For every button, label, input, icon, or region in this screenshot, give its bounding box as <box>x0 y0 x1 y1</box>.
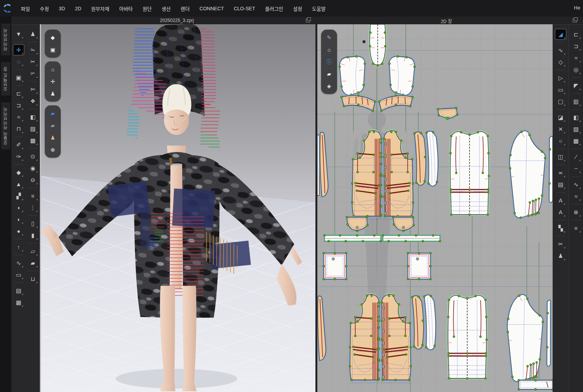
show-garment-button[interactable]: ⌂ <box>324 45 334 55</box>
zoom-pattern-button[interactable]: ⊕ <box>570 207 582 218</box>
show-sewing-button[interactable]: ◎ <box>570 64 582 75</box>
pattern-annotation-button[interactable]: A <box>555 207 566 218</box>
library-tab[interactable]: 라이브러리 <box>1 24 10 55</box>
texture-shirt-edit-button[interactable]: ▨ <box>27 123 39 134</box>
pattern-sleeve-partial[interactable] <box>548 136 553 202</box>
bias-tape-button[interactable]: ▰ <box>27 257 39 268</box>
window-2d-float-icon[interactable] <box>573 19 577 22</box>
garment-measure-button[interactable]: ▤ <box>13 285 24 296</box>
pattern-pocket-square[interactable] <box>323 252 347 280</box>
lock-pattern-button[interactable]: ◈ <box>324 81 334 91</box>
fuse-iron-button[interactable]: ◤ <box>570 80 582 91</box>
ruler-button[interactable]: ▭ <box>13 269 24 280</box>
garment-zip-button[interactable]: ▦ <box>13 297 24 308</box>
fabric-roll-edit-button[interactable]: ▯ <box>27 218 39 229</box>
show-garment-button[interactable]: ⌂ <box>47 64 58 74</box>
pattern-top-side-right[interactable] <box>388 55 415 96</box>
viewport-2d[interactable]: .glow{fill:none;stroke:#6fa7dc;stroke-wi… <box>317 24 553 392</box>
settings-menu-item[interactable]: 설정 <box>289 3 306 14</box>
flatten-pieces-button[interactable]: ▞ <box>13 190 24 201</box>
trace-outline-button[interactable]: ○ <box>555 135 566 146</box>
edit-pattern-button[interactable]: ◇ <box>555 56 566 67</box>
zipper-button[interactable]: ≡ <box>27 190 39 201</box>
free-sewing-button[interactable]: ⊐ <box>13 100 24 111</box>
wrap-fabric-button[interactable]: ◖ <box>13 202 24 213</box>
garment-texture-style-button[interactable]: ▣ <box>47 45 58 55</box>
pin-button[interactable]: ✐ <box>13 139 24 150</box>
tape-measure-button[interactable]: ∿ <box>13 257 24 268</box>
wrap-rotate-button[interactable]: ◗ <box>13 214 24 225</box>
show-environment-button[interactable]: ⊕ <box>47 145 58 155</box>
create-internal-rectangle-button[interactable]: ▢ <box>555 96 566 107</box>
notch-button[interactable]: ≍ <box>555 167 566 178</box>
freeze-cloth-button[interactable]: ✃ <box>27 68 39 79</box>
fabric-roll-button[interactable]: ▮ <box>27 230 39 241</box>
fold-arrangement-button[interactable]: ◆ <box>13 167 24 178</box>
pattern-top-side-left[interactable] <box>339 55 366 96</box>
create-polygon-button[interactable]: ▷ <box>555 72 566 83</box>
show-avatar-skin-button[interactable]: ♟ <box>47 133 58 143</box>
activate-cloth-button[interactable]: ✂ <box>27 56 39 67</box>
cut-and-sew-button[interactable]: ✂ <box>555 238 566 249</box>
edit-stylus-button[interactable]: ✎ <box>324 33 334 42</box>
grading-button[interactable]: ▤ <box>555 179 566 190</box>
pattern-hood-center[interactable] <box>369 24 386 66</box>
render-style-button[interactable]: ◆ <box>47 33 58 42</box>
tack-pin-button[interactable]: ✑ <box>13 151 24 162</box>
create-rectangle-button[interactable]: ▭ <box>555 84 566 95</box>
modular-library-tab[interactable]: 모듈러 라이브러리 <box>1 102 10 149</box>
render-menu-item[interactable]: 렌더 <box>176 3 194 14</box>
magnet-pin-button[interactable]: ⊔ <box>27 273 39 284</box>
show-shirt-button[interactable]: ▥ <box>570 96 582 107</box>
simulate-button[interactable]: ▼ <box>13 28 24 39</box>
show-avatar-button[interactable]: ♟ <box>47 89 58 99</box>
create-dart-button[interactable]: ◪ <box>555 112 566 123</box>
show-fabric-button[interactable]: ▰ <box>324 69 334 79</box>
free-sewing-button[interactable]: ⊐ <box>570 41 582 52</box>
scene-3d[interactable] <box>41 24 315 392</box>
fitting-suit-button[interactable]: ⊓ <box>13 123 24 134</box>
mn-sewing-button[interactable]: ≈ <box>570 52 582 63</box>
3d-menu-item[interactable]: 3D <box>55 3 69 14</box>
button-place-button[interactable]: ⊙ <box>27 151 39 162</box>
notch-pen-button[interactable]: ∕ <box>570 151 582 162</box>
fabric-menu-item[interactable]: 원단 <box>139 3 156 14</box>
pleat-press-button[interactable]: ≡ <box>570 223 582 234</box>
edit-curvature-button[interactable]: ∿ <box>555 45 566 56</box>
elastic-edit-button[interactable]: ∿ <box>570 179 582 190</box>
pattern-info-button[interactable]: ⓘ <box>324 57 334 67</box>
production-menu-item[interactable]: 생산 <box>158 3 175 14</box>
object-window-tab[interactable]: 오브젝트 창 <box>1 62 10 96</box>
drape-avatar-button[interactable]: ● <box>13 226 24 237</box>
window-3d-float-icon[interactable] <box>306 19 310 22</box>
lift-pattern-button[interactable]: ↑ <box>13 241 24 252</box>
show-pins-button[interactable]: ✛ <box>47 77 58 86</box>
quilt-cloth-button[interactable]: ❖ <box>27 96 39 107</box>
seam-line-button[interactable]: ◫ <box>555 151 566 162</box>
pattern-cuff-strip[interactable] <box>518 379 553 390</box>
pleat-fold-button[interactable]: ▚ <box>555 223 566 234</box>
pattern-back[interactable] <box>449 131 490 215</box>
texture-shirt-edit-button[interactable]: ▨ <box>570 124 582 135</box>
clo-set-menu-item[interactable]: CLO-SET <box>230 3 259 14</box>
show-fabric-button[interactable]: ▰ <box>47 108 58 118</box>
pattern-canvas[interactable]: .glow{fill:none;stroke:#6fa7dc;stroke-wi… <box>317 24 553 392</box>
avatar-menu-item[interactable]: 아바타 <box>115 3 137 14</box>
connect-menu-item[interactable]: CONNECT <box>195 3 228 14</box>
segment-sewing-button[interactable]: ⊏ <box>13 88 24 99</box>
texture-shirt-button[interactable]: ▩ <box>27 135 39 146</box>
transform-pattern-button[interactable]: ◢ <box>555 29 566 40</box>
deactivate-cloth-button[interactable]: ✁ <box>27 44 39 55</box>
texture-bucket-button[interactable]: ◧ <box>570 112 582 123</box>
file-menu-item[interactable]: 파일 <box>17 3 34 14</box>
zipper-puller-button[interactable]: ⋮ <box>27 202 39 213</box>
avatar-motion-button[interactable]: ♟ <box>27 28 39 39</box>
show-fabric-off-button[interactable]: ▰ <box>47 121 58 130</box>
texture-bucket-button[interactable]: ◧ <box>27 111 39 122</box>
materials-menu-item[interactable]: 원부자재 <box>87 3 113 14</box>
segment-sewing-button[interactable]: ⊏ <box>570 29 582 40</box>
fit-to-avatar-button[interactable]: ▣ <box>13 72 24 83</box>
solidify-garment-button[interactable]: ▲ <box>13 179 24 190</box>
strengthen-cloth-button[interactable]: ✄ <box>27 84 39 95</box>
texture-shirt-button[interactable]: ▩ <box>570 135 582 146</box>
